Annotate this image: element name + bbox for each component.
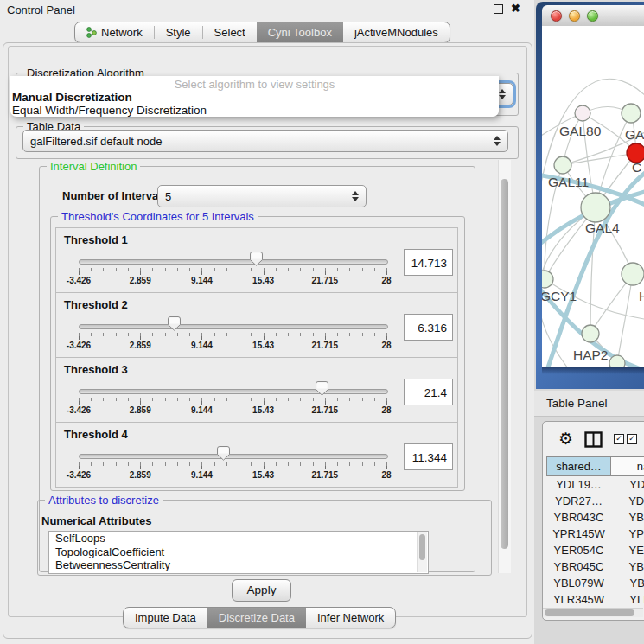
threshold-value-box[interactable]: 14.713 — [404, 249, 453, 276]
table-row[interactable]: YBR045C YBR0 — [546, 558, 644, 575]
checkbox-checked-icon[interactable]: ✓ — [627, 434, 637, 444]
table-row[interactable]: YLR345W YLR3 — [546, 591, 644, 607]
slider-track[interactable] — [79, 259, 388, 265]
close-traffic-light-icon[interactable] — [551, 10, 562, 22]
tick-label: 15.43 — [252, 470, 274, 480]
node[interactable] — [622, 263, 644, 285]
split-view-icon[interactable] — [584, 431, 603, 448]
tick-label: -3.426 — [67, 470, 91, 480]
tab-impute-data[interactable]: Impute Data — [124, 608, 207, 628]
algorithm-option[interactable]: Equal Width/Frequency Discretization — [12, 104, 207, 117]
close-icon[interactable]: ✖ — [511, 3, 520, 14]
tab-select[interactable]: Select — [203, 22, 257, 42]
table-row[interactable]: YDR27… YDR2 — [546, 493, 644, 509]
table-data-combo[interactable]: galFiltered.sif default node — [22, 130, 508, 152]
edge[interactable] — [617, 274, 633, 363]
tick-label: 9.144 — [191, 405, 213, 415]
tick-label: 21.715 — [312, 405, 339, 415]
slider-thumb[interactable] — [250, 252, 263, 266]
number-of-intervals-combo[interactable]: 5 — [157, 185, 367, 207]
table-cell: YDL19… — [546, 476, 611, 493]
table-rows: YDL19… YDL1 YDR27… YDR2 YBR043C YBR0 YPR… — [546, 476, 644, 607]
tick-label: 9.144 — [191, 341, 213, 350]
apply-button[interactable]: Apply — [232, 579, 291, 602]
tick-label: 21.715 — [312, 276, 339, 285]
tick-label: 15.43 — [252, 276, 274, 285]
node-label: GAL4 — [585, 220, 620, 235]
tab-network[interactable]: Network — [75, 22, 154, 42]
settings-scrollbar-thumb[interactable] — [501, 179, 508, 549]
threshold-panel: Threshold 1 -3.4262.8599.14415.4321.7152… — [55, 227, 458, 293]
tick-label: 2.859 — [130, 470, 151, 480]
slider-track[interactable] — [79, 389, 388, 394]
table-row[interactable]: YER054C YER0 — [546, 542, 644, 558]
tick-label: -3.426 — [67, 276, 91, 285]
network-window-titlebar[interactable] — [542, 5, 644, 26]
edge[interactable] — [563, 153, 636, 165]
tab-label: Infer Network — [317, 611, 384, 624]
table-row[interactable]: YBL079W YBL0 — [546, 575, 644, 591]
column-header-name[interactable]: na — [611, 456, 644, 476]
tab-label: Network — [101, 26, 143, 39]
numerical-attributes-list[interactable]: SelfLoops TopologicalCoefficient Between… — [48, 531, 429, 574]
slider-thumb[interactable] — [217, 446, 230, 461]
table-cell: YBL0 — [611, 575, 644, 591]
network-icon — [86, 27, 97, 38]
tab-style[interactable]: Style — [155, 22, 202, 42]
slider-track[interactable] — [79, 324, 388, 329]
slider-thumb[interactable] — [168, 316, 181, 331]
node[interactable] — [575, 105, 590, 121]
tab-label: Discretize Data — [219, 611, 295, 624]
table-cell: YBL079W — [546, 575, 611, 591]
slider-minor-ticks — [79, 333, 388, 336]
node[interactable] — [582, 325, 599, 342]
table-hscrollbar[interactable] — [543, 608, 643, 617]
table-hscrollbar-thumb[interactable] — [545, 609, 634, 616]
tab-infer-network[interactable]: Infer Network — [306, 608, 395, 628]
tab-label: Cyni Toolbox — [268, 26, 332, 39]
list-scrollbar[interactable] — [417, 532, 427, 572]
list-item[interactable]: TopologicalCoefficient — [49, 545, 428, 559]
panel-title: Control Panel — [7, 3, 75, 16]
node[interactable] — [581, 193, 610, 222]
network-canvas[interactable]: GAL80GACGAL11GAL4GCY1HHAP2 — [542, 26, 644, 367]
tab-label: Impute Data — [135, 611, 196, 624]
table-row[interactable]: YBR043C YBR0 — [546, 509, 644, 526]
threshold-label: Threshold 4 — [64, 428, 128, 441]
slider-minor-ticks — [79, 268, 388, 271]
list-scrollbar-thumb[interactable] — [419, 534, 425, 560]
threshold-label: Threshold 3 — [64, 363, 128, 376]
settings-scrollbar[interactable] — [498, 160, 511, 573]
tick-label: 21.715 — [312, 470, 339, 480]
threshold-value-box[interactable]: 6.316 — [404, 314, 453, 341]
zoom-traffic-light-icon[interactable] — [587, 10, 598, 22]
tab-label: jActiveMNodules — [354, 26, 438, 39]
table-row[interactable]: YPR145W YPR1 — [546, 526, 644, 542]
tab-discretize-data[interactable]: Discretize Data — [207, 608, 306, 628]
algorithm-option[interactable]: Manual Discretization — [12, 91, 132, 104]
gear-icon[interactable]: ⚙ — [558, 430, 573, 448]
list-item[interactable]: SelfLoops — [49, 532, 428, 545]
column-header-shared[interactable]: shared… — [546, 456, 611, 476]
tab-jactivemnodules[interactable]: jActiveMNodules — [343, 22, 450, 42]
table-header-row: shared… na — [546, 456, 644, 476]
tab-cyni-toolbox[interactable]: Cyni Toolbox — [257, 22, 343, 42]
slider-track[interactable] — [79, 454, 388, 459]
table-cell: YDL1 — [611, 476, 644, 493]
slider-thumb[interactable] — [316, 381, 328, 396]
control-panel-titlebar: Control Panel ✖ — [0, 0, 534, 19]
threshold-value-box[interactable]: 11.344 — [404, 443, 453, 470]
checkbox-checked-icon[interactable]: ✓ — [614, 434, 624, 444]
node[interactable] — [554, 156, 571, 174]
float-window-icon[interactable] — [494, 4, 503, 14]
list-item[interactable]: BetweennessCentrality — [49, 558, 428, 572]
threshold-panel: Threshold 4 -3.4262.8599.14415.4321.7152… — [55, 422, 458, 488]
threshold-value-box[interactable]: 21.4 — [404, 379, 453, 405]
table-row[interactable]: YDL19… YDL1 — [546, 476, 644, 493]
network-view-window[interactable]: GAL80GACGAL11GAL4GCY1HHAP2 — [536, 2, 644, 389]
node[interactable] — [622, 104, 641, 123]
tick-label: 28 — [381, 276, 391, 285]
minimize-traffic-light-icon[interactable] — [569, 10, 580, 22]
node[interactable] — [542, 271, 553, 288]
node[interactable] — [609, 355, 625, 367]
